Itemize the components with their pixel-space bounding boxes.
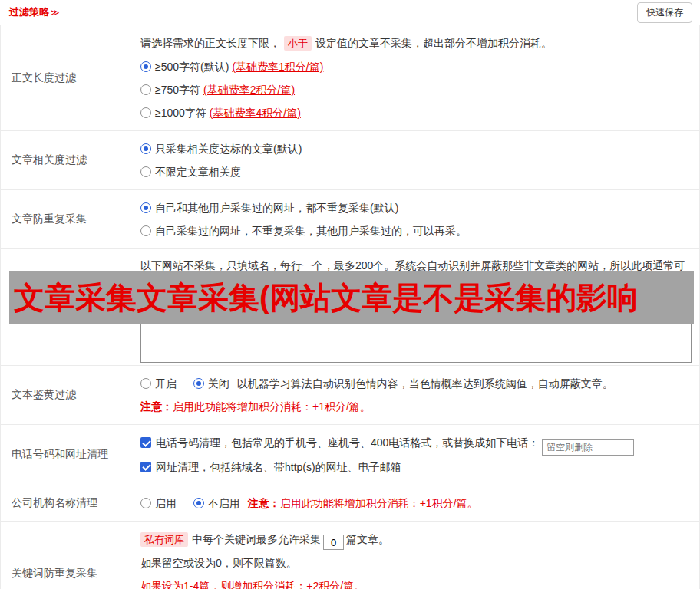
row-phone-url-cleanup: 电话号码和网址清理 电话号码清理，包括常见的手机号、座机号、400电话格式，或替… <box>1 425 699 485</box>
relevance-option-any[interactable]: 不限定文章相关度 <box>140 160 692 183</box>
phone-cleanup-option[interactable]: 电话号码清理，包括常见的手机号、座机号、400电话格式，或替换成如下电话： <box>140 431 692 456</box>
length-option-500[interactable]: ≥500字符(默认)(基础费率1积分/篇) <box>140 55 692 78</box>
keyword-line-2: 如果留空或设为0，则不限篇数。 <box>140 551 692 574</box>
collapse-chevron-icon: ≫ <box>51 8 60 17</box>
note-body: 启用此功能将增加积分消耗：+1积分/篇。 <box>280 497 478 509</box>
note-prefix: 注意： <box>140 400 173 413</box>
row-label-relevance: 文章相关度过滤 <box>1 131 140 189</box>
row-keyword-dedupe: 关键词防重复采集 私有词库中每个关键词最多允许采集篇文章。 如果留空或设为0，则… <box>1 522 699 589</box>
row-content-porn: 开启 关闭 以机器学习算法自动识别色情内容，当色情概率达到系统阈值，自动屏蔽文章… <box>140 366 699 424</box>
length-intro: 请选择需求的正文长度下限，小于设定值的文章不采集，超出部分不增加积分消耗。 <box>140 31 692 55</box>
option-label: 不启用 <box>208 497 240 509</box>
radio-icon[interactable] <box>140 202 151 213</box>
row-label-company: 公司机构名称清理 <box>1 485 140 521</box>
dedupe-option-self[interactable]: 自己采集过的网址，不重复采集，其他用户采集过的，可以再采。 <box>140 219 692 242</box>
porn-option-off[interactable]: 关闭 <box>193 377 229 390</box>
porn-option-on[interactable]: 开启 <box>140 377 177 390</box>
keyword-line-1: 私有词库中每个关键词最多允许采集篇文章。 <box>140 528 692 551</box>
row-relevance-filter: 文章相关度过滤 只采集相关度达标的文章(默认) 不限定文章相关度 <box>1 131 699 190</box>
option-label: 电话号码清理，包括常见的手机号、座机号、400电话格式，或替换成如下电话： <box>156 436 539 449</box>
radio-icon[interactable] <box>140 166 151 177</box>
radio-icon[interactable] <box>140 107 151 118</box>
company-options-line: 启用 不启用 注意：启用此功能将增加积分消耗：+1积分/篇。 <box>140 492 692 515</box>
radio-icon[interactable] <box>140 84 151 95</box>
row-length-filter: 正文长度过滤 请选择需求的正文长度下限，小于设定值的文章不采集，超出部分不增加积… <box>1 25 699 131</box>
porn-options-line: 开启 关闭 以机器学习算法自动识别色情内容，当色情概率达到系统阈值，自动屏蔽文章… <box>140 372 692 395</box>
note-prefix: 注意： <box>248 497 280 509</box>
length-option-750[interactable]: ≥750字符(基础费率2积分/篇) <box>140 78 692 101</box>
keyword-line1-mid: 中每个关键词最多允许采集 <box>192 533 321 545</box>
option-label: 网址清理，包括纯域名、带http(s)的网址、电子邮箱 <box>156 461 401 473</box>
radio-icon[interactable] <box>140 378 151 389</box>
row-label-length: 正文长度过滤 <box>1 25 140 130</box>
quick-save-button[interactable]: 快速保存 <box>637 2 692 23</box>
porn-note: 注意：启用此功能将增加积分消耗：+1积分/篇。 <box>140 395 692 418</box>
company-option-on[interactable]: 启用 <box>140 497 177 509</box>
radio-icon[interactable] <box>140 225 151 236</box>
watermark-overlay-banner: 文章采集文章采集(网站文章是不是采集的影响 <box>9 271 694 324</box>
length-intro-pre: 请选择需求的正文长度下限， <box>140 37 280 49</box>
replacement-phone-input[interactable] <box>542 439 634 456</box>
option-label: 关闭 <box>208 377 229 390</box>
row-label-dedupe: 文章防重复采集 <box>1 190 140 248</box>
fee-label: (基础费率4积分/篇) <box>210 107 301 119</box>
radio-icon[interactable] <box>193 378 204 389</box>
company-note: 注意：启用此功能将增加积分消耗：+1积分/篇。 <box>248 497 478 509</box>
max-articles-input[interactable] <box>323 535 344 550</box>
option-label: 开启 <box>155 377 177 390</box>
fee-label: (基础费率2积分/篇) <box>203 84 295 96</box>
company-option-off[interactable]: 不启用 <box>193 497 240 509</box>
row-dedupe: 文章防重复采集 自己和其他用户采集过的网址，都不重复采集(默认) 自己采集过的网… <box>1 190 699 249</box>
length-intro-post: 设定值的文章不采集，超出部分不增加积分消耗。 <box>315 37 552 49</box>
row-content-length: 请选择需求的正文长度下限，小于设定值的文章不采集，超出部分不增加积分消耗。 ≥5… <box>140 25 699 130</box>
watermark-text: 文章采集文章采集(网站文章是不是采集的影响 <box>14 277 638 319</box>
option-label: ≥500字符(默认) <box>155 61 229 73</box>
option-label: 自己和其他用户采集过的网址，都不重复采集(默认) <box>155 202 398 214</box>
radio-icon[interactable] <box>140 143 151 154</box>
row-content-dedupe: 自己和其他用户采集过的网址，都不重复采集(默认) 自己采集过的网址，不重复采集，… <box>140 190 699 248</box>
dedupe-option-global[interactable]: 自己和其他用户采集过的网址，都不重复采集(默认) <box>140 196 692 219</box>
page-title[interactable]: 过滤策略≫ <box>9 5 60 19</box>
note-body: 启用此功能将增加积分消耗：+1积分/篇。 <box>173 400 371 413</box>
keyword-line-3: 如果设为1-4篇，则增加积分消耗：+2积分/篇。 <box>140 574 692 589</box>
url-cleanup-option[interactable]: 网址清理，包括纯域名、带http(s)的网址、电子邮箱 <box>140 456 692 479</box>
topbar: 过滤策略≫ 快速保存 <box>0 0 700 25</box>
row-content-company: 启用 不启用 注意：启用此功能将增加积分消耗：+1积分/篇。 <box>140 485 699 521</box>
filter-strategy-page: 过滤策略≫ 快速保存 正文长度过滤 请选择需求的正文长度下限，小于设定值的文章不… <box>0 0 700 589</box>
radio-icon[interactable] <box>140 498 151 508</box>
option-label: ≥750字符 <box>155 84 200 96</box>
row-label-phone: 电话号码和网址清理 <box>1 425 140 485</box>
row-content-keyword: 私有词库中每个关键词最多允许采集篇文章。 如果留空或设为0，则不限篇数。 如果设… <box>140 522 699 589</box>
row-label-keyword: 关键词防重复采集 <box>1 522 140 589</box>
row-content-phone: 电话号码清理，包括常见的手机号、座机号、400电话格式，或替换成如下电话： 网址… <box>140 425 699 485</box>
row-label-porn: 文本鉴黄过滤 <box>1 366 140 424</box>
checkbox-icon[interactable] <box>140 437 151 448</box>
option-label: ≥1000字符 <box>155 107 206 119</box>
less-than-tag: 小于 <box>284 36 312 51</box>
private-thesaurus-tag: 私有词库 <box>140 532 188 547</box>
option-label: 启用 <box>155 497 177 509</box>
porn-desc: 以机器学习算法自动识别色情内容，当色情概率达到系统阈值，自动屏蔽文章。 <box>237 377 613 390</box>
length-option-1000[interactable]: ≥1000字符(基础费率4积分/篇) <box>140 101 692 124</box>
row-content-relevance: 只采集相关度达标的文章(默认) 不限定文章相关度 <box>140 131 699 189</box>
keyword-line1-post: 篇文章。 <box>346 533 389 545</box>
page-title-text: 过滤策略 <box>9 6 49 18</box>
radio-icon[interactable] <box>193 498 204 508</box>
row-porn-filter: 文本鉴黄过滤 开启 关闭 以机器学习算法自动识别色情内容，当色情概率达到系统阈值… <box>1 366 699 425</box>
row-company-cleanup: 公司机构名称清理 启用 不启用 注意：启用此功能将增加积分消耗：+1积分/篇。 <box>1 485 699 522</box>
relevance-option-strict[interactable]: 只采集相关度达标的文章(默认) <box>140 137 692 160</box>
fee-label: (基础费率1积分/篇) <box>232 61 323 73</box>
option-label: 只采集相关度达标的文章(默认) <box>155 143 302 155</box>
checkbox-icon[interactable] <box>140 462 151 472</box>
option-label: 自己采集过的网址，不重复采集，其他用户采集过的，可以再采。 <box>155 225 467 237</box>
radio-icon[interactable] <box>140 61 151 72</box>
option-label: 不限定文章相关度 <box>155 166 241 178</box>
